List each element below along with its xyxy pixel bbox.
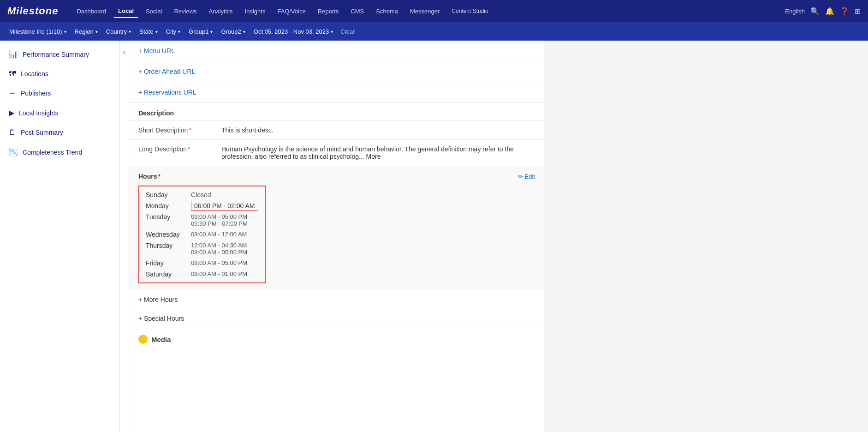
trend-icon: 📉	[9, 148, 18, 156]
short-description-label: Short Description*	[138, 126, 221, 134]
sidebar-item-post-summary[interactable]: 🗒 Post Summary	[0, 123, 119, 142]
sidebar-label-locations: Locations	[21, 70, 48, 78]
day-thursday: Thursday	[146, 242, 187, 249]
day-sunday: Sunday	[146, 191, 187, 198]
group2-filter[interactable]: Group2 ▾	[218, 26, 248, 37]
order-ahead-link[interactable]: + Order Ahead URL	[138, 68, 195, 75]
sidebar-item-performance-summary[interactable]: 📊 Performance Summary	[0, 44, 119, 64]
long-description-label: Long Description*	[138, 145, 221, 153]
sidebar-label-publishers: Publishers	[21, 90, 51, 97]
city-filter[interactable]: City ▾	[163, 26, 183, 37]
reservations-link[interactable]: + Reservations URL	[138, 89, 196, 96]
day-monday: Monday	[146, 202, 187, 210]
account-count: (1/10)	[47, 28, 62, 35]
nav-links: Dashboard Local Social Reviews Analytics…	[72, 5, 785, 18]
time-sunday: Closed	[191, 191, 211, 198]
nav-reports[interactable]: Reports	[313, 5, 344, 18]
content-panel: + Menu URL + Order Ahead URL + Reservati…	[129, 41, 544, 432]
long-description-row: Long Description* Human Psychology is th…	[129, 140, 544, 166]
insights-icon: ▶	[9, 108, 14, 117]
nav-schema[interactable]: Schema	[371, 5, 403, 18]
nav-social[interactable]: Social	[141, 5, 166, 18]
nav-analytics[interactable]: Analytics	[204, 5, 238, 18]
short-description-row: Short Description* This is short desc.	[129, 121, 544, 140]
sidebar-item-publishers[interactable]: ↔ Publishers	[0, 84, 119, 103]
top-nav: Milestone Dashboard Local Social Reviews…	[0, 0, 868, 22]
chevron-icon: ▾	[129, 29, 131, 34]
nav-messenger[interactable]: Messenger	[405, 5, 444, 18]
sidebar-item-completeness-trend[interactable]: 📉 Completeness Trend	[0, 142, 119, 162]
sidebar-label-completeness-trend: Completeness Trend	[23, 149, 82, 156]
time-friday-1: 09:00 AM - 05:00 PM	[191, 259, 258, 266]
time-thursday-2: 09:00 AM - 05:00 PM	[191, 249, 258, 256]
description-header: Description	[129, 103, 544, 121]
time-thursday-1: 12:00 AM - 04:30 AM	[191, 242, 258, 249]
edit-button[interactable]: ✏ Edit	[518, 173, 535, 180]
account-filter[interactable]: Milestone Inc (1/10) ▾	[6, 26, 69, 37]
search-icon[interactable]: 🔍	[810, 7, 820, 16]
order-ahead-row: + Order Ahead URL	[129, 61, 544, 82]
account-label: Milestone Inc	[9, 28, 45, 35]
hours-friday: Friday 09:00 AM - 05:00 PM	[146, 259, 258, 267]
hours-section: Hours* ✏ Edit Sunday Closed Mo	[129, 166, 544, 290]
country-filter[interactable]: Country ▾	[103, 26, 134, 37]
time-monday-highlighted: 06:00 PM - 02:00 AM	[191, 201, 258, 211]
time-saturday-1: 09:00 AM - 01:00 PM	[191, 270, 258, 277]
required-star: *	[189, 126, 191, 134]
nav-reviews[interactable]: Reviews	[169, 5, 201, 18]
group1-filter[interactable]: Group1 ▾	[186, 26, 215, 37]
notification-icon[interactable]: 🔔	[825, 7, 834, 16]
more-link[interactable]: More	[366, 153, 381, 160]
special-hours-link[interactable]: + Special Hours	[138, 315, 184, 322]
menu-url-link[interactable]: + Menu URL	[138, 47, 175, 54]
media-label: Media	[151, 336, 171, 343]
state-filter[interactable]: State ▾	[137, 26, 160, 37]
chevron-icon: ▾	[95, 29, 98, 34]
more-hours-link[interactable]: + More Hours	[138, 296, 178, 303]
hours-sunday: Sunday Closed	[146, 191, 258, 198]
time-tuesday-1: 09:00 AM - 05:00 PM	[191, 213, 258, 220]
menu-url-row: + Menu URL	[129, 41, 544, 61]
main-content: + Menu URL + Order Ahead URL + Reservati…	[129, 41, 868, 432]
hours-tuesday: Tuesday 09:00 AM - 05:00 PM 05:30 PM - 0…	[146, 213, 258, 227]
app-body: 📊 Performance Summary 🗺 Locations ↔ Publ…	[0, 41, 868, 432]
locations-icon: 🗺	[9, 70, 16, 78]
sidebar-label-performance: Performance Summary	[23, 51, 89, 58]
sidebar-label-post-summary: Post Summary	[21, 129, 63, 136]
chevron-icon: ▾	[178, 29, 180, 34]
hours-thursday: Thursday 12:00 AM - 04:30 AM 09:00 AM - …	[146, 242, 258, 256]
nav-insights[interactable]: Insights	[240, 5, 270, 18]
nav-content-studio[interactable]: Content Studio	[447, 5, 493, 17]
publishers-icon: ↔	[9, 89, 16, 97]
time-wednesday-1: 09:00 AM - 12:00 AM	[191, 231, 258, 238]
region-filter[interactable]: Region ▾	[72, 26, 101, 37]
sidebar-item-locations[interactable]: 🗺 Locations	[0, 64, 119, 84]
short-description-value: This is short desc.	[221, 126, 535, 134]
chevron-icon: ▾	[155, 29, 158, 34]
sidebar-item-local-insights[interactable]: ▶ Local Insights	[0, 103, 119, 123]
date-range-label: Oct 05, 2023 - Nov 03, 2023	[254, 28, 329, 35]
hours-header: Hours* ✏ Edit	[138, 173, 535, 180]
hours-title: Hours*	[138, 173, 161, 180]
nav-dashboard[interactable]: Dashboard	[72, 5, 111, 18]
sidebar-label-local-insights: Local Insights	[19, 109, 59, 117]
chevron-icon: ▾	[331, 29, 333, 34]
sidebar: 📊 Performance Summary 🗺 Locations ↔ Publ…	[0, 41, 120, 432]
date-range-filter[interactable]: Oct 05, 2023 - Nov 03, 2023 ▾	[251, 26, 336, 37]
nav-faqvoice[interactable]: FAQ/Voice	[273, 5, 310, 18]
day-saturday: Saturday	[146, 270, 187, 278]
nav-right: English 🔍 🔔 ❓ ⊞	[785, 7, 861, 16]
hours-table: Sunday Closed Monday 06:00 PM - 02:00 AM	[138, 186, 266, 283]
nav-local[interactable]: Local	[113, 5, 138, 18]
hours-saturday: Saturday 09:00 AM - 01:00 PM	[146, 270, 258, 278]
help-icon[interactable]: ❓	[840, 7, 849, 16]
nav-cms[interactable]: CMS	[346, 5, 369, 18]
chevron-icon: ▾	[243, 29, 245, 34]
sidebar-collapse-button[interactable]: ‹	[120, 41, 129, 432]
clear-filter-button[interactable]: Clear	[340, 28, 355, 35]
language-label: English	[785, 8, 805, 15]
grid-icon[interactable]: ⊞	[855, 7, 861, 16]
logo: Milestone	[7, 5, 58, 17]
time-tuesday-2: 05:30 PM - 07:00 PM	[191, 220, 258, 227]
hours-required-star: *	[158, 173, 160, 180]
